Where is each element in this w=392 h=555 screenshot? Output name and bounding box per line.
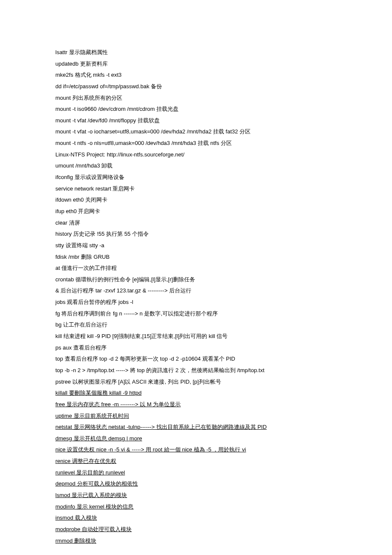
text-line: Linux-NTFS Project: http://linux-ntfs.so… — [55, 149, 337, 161]
text-line: crontab 循環執行的例行性命令 [e]编辑,[l]显示,[r]删除任务 — [55, 274, 337, 286]
text-line: jobs 观看后台暂停的程序 jobs -l — [55, 297, 337, 308]
text-line: mount -t vfat /dev/fd0 /mnt/floppy 挂载软盘 — [55, 115, 337, 127]
text-line: modprobe 自动处理可载入模块 — [55, 524, 337, 535]
text-line: netstat 显示网络状态 netstat -tulnp------> 找出目… — [55, 422, 337, 433]
text-line: bg 让工作在后台运行 — [55, 319, 337, 331]
text-line: top -b -n 2 > /tmp/top.txt -----> 將 top … — [55, 365, 337, 376]
text-line: clear 清屏 — [55, 217, 337, 229]
text-line: mke2fs 格式化 mkfs -t ext3 — [55, 69, 337, 81]
text-line: mount -t iso9660 /dev/cdrom /mnt/cdrom 挂… — [55, 104, 337, 115]
text-line: modinfo 显示 kernel 模块的信息 — [55, 501, 337, 513]
text-line: at 僅進行一次的工作排程 — [55, 263, 337, 274]
text-line: service network restart 重启网卡 — [55, 183, 337, 195]
text-line: umount /mnt/hda3 卸载 — [55, 160, 337, 172]
text-line: nice 设置优先权 nice -n -5 vi & -----> 用 root… — [55, 444, 337, 456]
document-body: lsattr 显示隐藏档属性updatedb 更新资料库mke2fs 格式化 m… — [55, 47, 337, 546]
text-line: runlevel 显示目前的 runlevel — [55, 467, 337, 479]
text-line: pstree 以树状图显示程序 [A]以 ASCII 來連接, 列出 PID, … — [55, 376, 337, 388]
text-line: mount -t vfat -o iocharset=utf8,umask=00… — [55, 126, 337, 138]
text-line: & 后台运行程序 tar -zxvf 123.tar.gz & --------… — [55, 285, 337, 297]
text-line: ifconfig 显示或设置网络设备 — [55, 172, 337, 183]
text-line: renice 调整已存在优先权 — [55, 456, 337, 467]
text-line: rmmod 删除模块 — [55, 535, 337, 547]
text-line: kill 结束进程 kill -9 PID [9]强制结束,[15]正常结束,[… — [55, 331, 337, 342]
text-line: ifdown eth0 关闭网卡 — [55, 194, 337, 206]
text-line: mount -t ntfs -o nls=utf8,umask=000 /dev… — [55, 138, 337, 149]
text-line: top 查看后台程序 top -d 2 每两秒更新一次 top -d 2 -p1… — [55, 353, 337, 365]
text-line: fg 将后台程序调到前台 fg n ------> n 是数字,可以指定进行那个… — [55, 308, 337, 320]
text-line: ifup eth0 开启网卡 — [55, 206, 337, 217]
text-line: depmod 分析可载入模块的相依性 — [55, 478, 337, 490]
text-line: dmesg 显示开机信息 demsg | more — [55, 433, 337, 445]
text-line: free 显示内存状态 free -m --------> 以 M 为单位显示 — [55, 399, 337, 410]
text-line: history 历史记录 !55 执行第 55 个指令 — [55, 228, 337, 240]
text-line: ps aux 查看后台程序 — [55, 342, 337, 354]
text-line: stty 设置终端 stty -a — [55, 240, 337, 251]
text-line: uptime 显示目前系统开机时间 — [55, 410, 337, 422]
text-line: dd if=/etc/passwd of=/tmp/passwd.bak 备份 — [55, 81, 337, 92]
text-line: updatedb 更新资料库 — [55, 58, 337, 70]
text-line: killall 要刪除某個服務 killall -9 httpd — [55, 387, 337, 399]
text-line: insmod 载入模块 — [55, 512, 337, 524]
text-line: lsattr 显示隐藏档属性 — [55, 47, 337, 58]
text-line: fdisk /mbr 删除 GRUB — [55, 251, 337, 263]
text-line: lsmod 显示已载入系统的模块 — [55, 490, 337, 501]
text-line: mount 列出系统所有的分区 — [55, 92, 337, 104]
